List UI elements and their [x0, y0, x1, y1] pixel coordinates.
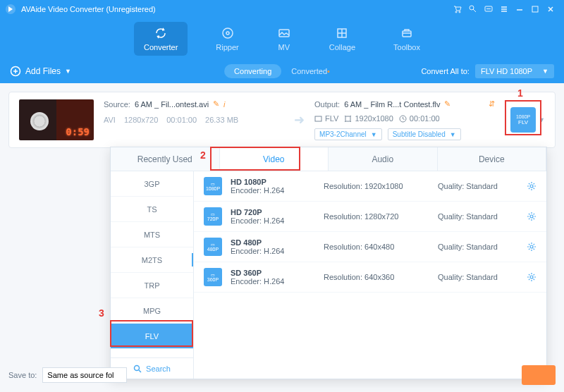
menu-icon[interactable] [496, 1, 512, 17]
fmt-ts[interactable]: TS [111, 197, 193, 222]
svg-point-4 [487, 8, 488, 9]
preset-resolution: Resolution: 1280x720 [324, 212, 429, 221]
ptab-audio[interactable]: Audio [329, 147, 438, 171]
preset-quality: Quality: Standard [438, 212, 518, 221]
tab-label: Converter [144, 43, 178, 51]
output-filename: 6 AM _ Film R...t Contest.flv [344, 100, 440, 109]
svg-point-20 [530, 245, 533, 248]
save-to-input[interactable] [42, 367, 127, 383]
annotation-number-1: 1 [517, 87, 523, 99]
subtitle-dropdown[interactable]: Subtitle Disabled▼ [388, 128, 461, 140]
refresh-icon [154, 26, 168, 40]
preset-quality: Quality: Standard [438, 182, 518, 190]
feedback-icon[interactable] [481, 1, 496, 17]
fmt-m2ts[interactable]: M2TS [111, 247, 193, 273]
maximize-button[interactable] [527, 1, 543, 17]
chevron-down-icon[interactable]: ▼ [539, 116, 545, 123]
ptab-video[interactable]: Video [220, 147, 329, 171]
svg-point-21 [530, 276, 533, 278]
fmt-mpg[interactable]: MPG [111, 298, 193, 324]
convert-all-value: FLV HD 1080P [481, 67, 532, 75]
fmt-flv[interactable]: FLV [111, 324, 193, 349]
tab-collage[interactable]: Collage [319, 22, 365, 56]
svg-point-5 [489, 8, 489, 9]
source-info: Source: 6 AM _ Fil...ontest.avi ✎ i AVI … [104, 99, 284, 140]
toolbox-icon [400, 26, 414, 40]
app-logo-icon [6, 4, 16, 14]
source-label: Source: [104, 100, 130, 109]
format-label: FLV [518, 119, 528, 125]
svg-point-8 [223, 28, 233, 38]
preset-row[interactable]: ▭1080PHD 1080PEncoder: H.264Resolution: … [194, 171, 546, 202]
tab-converter[interactable]: Converter [134, 22, 188, 56]
pill-converting[interactable]: Converting [224, 64, 281, 78]
convert-all: Convert All to: FLV HD 1080P ▼ [421, 64, 554, 78]
annotation-number-2: 2 [200, 149, 206, 161]
popup-body: 3GP TS MTS M2TS TRP MPG FLV F4V Search ▭… [111, 171, 546, 379]
preset-badge-icon: ▭720P [204, 207, 222, 226]
pill-converted[interactable]: Converted• [281, 64, 340, 78]
popup-tabs: Recently Used Video Audio Device [111, 147, 546, 171]
edit-name-icon[interactable]: ✎ [213, 99, 219, 109]
chevron-down-icon: ▼ [65, 68, 71, 75]
annotation-number-3: 3 [99, 307, 104, 319]
minimize-button[interactable] [512, 1, 527, 17]
svg-point-6 [490, 8, 491, 9]
key-icon[interactable] [465, 1, 481, 17]
out-res-chip: 1920x1080 [344, 114, 393, 123]
preset-badge-icon: ▭1080P [204, 177, 222, 195]
preset-badge-icon: ▭480P [204, 238, 222, 256]
preset-name: HD 1080PEncoder: H.264 [231, 178, 315, 195]
ptab-device[interactable]: Device [438, 147, 547, 171]
svg-rect-7 [532, 6, 538, 12]
preset-row[interactable]: ▭360PSD 360PEncoder: H.264Resolution: 64… [194, 262, 546, 293]
video-thumbnail[interactable] [19, 99, 94, 140]
fmt-3gp[interactable]: 3GP [111, 171, 193, 197]
gear-icon[interactable] [527, 272, 537, 282]
chevron-down-icon: ▼ [542, 68, 548, 75]
svg-point-9 [226, 32, 229, 35]
convert-button[interactable] [522, 365, 556, 385]
gear-icon[interactable] [527, 242, 537, 252]
svg-rect-15 [345, 116, 350, 121]
tab-toolbox[interactable]: Toolbox [384, 22, 430, 56]
cart-icon[interactable] [450, 1, 465, 17]
format-badge: 1080P [516, 114, 530, 119]
grid-icon [335, 26, 349, 40]
preset-quality: Quality: Standard [438, 273, 518, 281]
file-row: Source: 6 AM _ Fil...ontest.avi ✎ i AVI … [8, 92, 556, 148]
bottom-bar: Save to: [8, 364, 556, 386]
tab-label: MV [278, 43, 290, 51]
audio-dropdown[interactable]: MP3-2Channel▼ [314, 128, 382, 140]
tab-ripper[interactable]: Ripper [206, 22, 248, 56]
format-list[interactable]: 3GP TS MTS M2TS TRP MPG FLV F4V Search [111, 171, 194, 379]
format-selector-button[interactable]: 1080P FLV [510, 107, 536, 133]
convert-all-label: Convert All to: [421, 67, 469, 75]
svg-rect-12 [403, 31, 411, 37]
meta-size: 26.33 MB [205, 116, 238, 124]
preset-name: SD 360PEncoder: H.264 [231, 269, 315, 286]
info-icon[interactable]: i [223, 100, 225, 109]
edit-output-icon[interactable]: ✎ [444, 99, 450, 109]
preset-row[interactable]: ▭720PHD 720PEncoder: H.264Resolution: 12… [194, 202, 546, 232]
close-button[interactable] [543, 1, 558, 17]
save-to-label: Save to: [8, 371, 37, 379]
output-label: Output: [314, 100, 340, 109]
fmt-trp[interactable]: TRP [111, 273, 193, 298]
status-pills: Converting Converted• [224, 64, 340, 78]
svg-rect-14 [315, 116, 321, 121]
gear-icon[interactable] [527, 212, 537, 221]
tab-mv[interactable]: MV [267, 22, 301, 56]
main-tabs: Converter Ripper MV Collage Toolbox [0, 18, 564, 59]
add-files-button[interactable]: Add Files ▼ [10, 66, 71, 77]
convert-all-dropdown[interactable]: FLV HD 1080P ▼ [475, 64, 554, 78]
svg-point-1 [459, 11, 460, 13]
preset-row[interactable]: ▭480PSD 480PEncoder: H.264Resolution: 64… [194, 232, 546, 262]
content-area: Source: 6 AM _ Fil...ontest.avi ✎ i AVI … [0, 83, 564, 157]
output-info: Output: 6 AM _ Film R...t Contest.flv ✎ … [314, 99, 495, 140]
fmt-mts[interactable]: MTS [111, 222, 193, 247]
tab-label: Toolbox [393, 43, 420, 51]
compress-icon[interactable]: ⇵ [489, 99, 495, 109]
gear-icon[interactable] [527, 181, 537, 191]
preset-list[interactable]: ▭1080PHD 1080PEncoder: H.264Resolution: … [194, 171, 546, 379]
